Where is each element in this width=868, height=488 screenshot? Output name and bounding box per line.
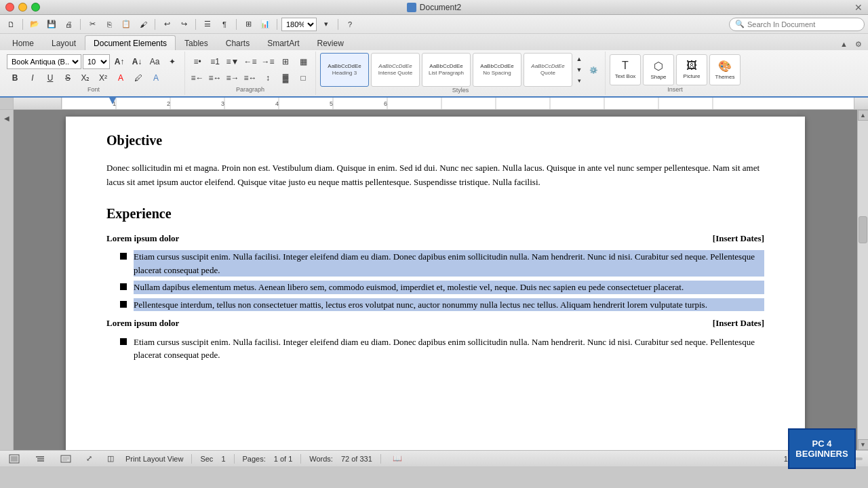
numbering-button[interactable]: ≡1 [207, 54, 223, 69]
view-fullscreen-btn[interactable]: ⤢ [83, 452, 96, 465]
style-no-spacing[interactable]: AaBbCcDdEe No Spacing [473, 53, 521, 87]
themes-button[interactable]: 🎨 Themes [709, 54, 741, 85]
show-formatting-button[interactable]: ⊞ [277, 54, 294, 69]
styles-down-arrow[interactable]: ▼ [574, 65, 584, 75]
bold-button[interactable]: B [7, 70, 23, 85]
italic-button[interactable]: I [24, 70, 41, 85]
help-button[interactable]: ? [342, 18, 357, 31]
align-right-button[interactable]: ≡→ [224, 70, 241, 85]
font-family-select[interactable]: Book Antiqua (B... [7, 54, 81, 69]
minimize-button[interactable] [18, 3, 27, 12]
border-button[interactable]: □ [295, 70, 311, 85]
search-input[interactable] [747, 20, 856, 28]
nonprint-button[interactable]: ¶ [217, 18, 232, 31]
columns-button[interactable]: ▦ [295, 54, 311, 69]
textbox-button[interactable]: T Text Box [610, 54, 641, 85]
shading-button[interactable]: ▓ [277, 70, 294, 85]
cut-button[interactable]: ✂ [85, 18, 100, 31]
decrease-font-size[interactable]: A↓ [129, 54, 145, 69]
print-button[interactable]: 🖨 [61, 18, 76, 31]
align-center-button[interactable]: ≡↔ [207, 70, 223, 85]
tab-document-elements[interactable]: Document Elements [85, 35, 176, 50]
close-button[interactable] [5, 3, 14, 12]
tab-smartart[interactable]: SmartArt [258, 35, 308, 50]
pc4beginners-badge: PC 4 BEGINNERS [788, 428, 856, 469]
sidebar-arrow-button[interactable]: ◀ [1, 113, 12, 123]
insert-group: T Text Box ⬡ Shape 🖼 Picture 🎨 Themes In… [606, 52, 745, 95]
bullet-item-2-1: Etiam cursus suscipit enim. Nulla facili… [120, 336, 764, 362]
style-heading3[interactable]: AaBbCcDdEe Heading 3 [320, 53, 369, 87]
ribbon-settings-icon[interactable]: ⚙ [852, 39, 865, 50]
multilevel-list-button[interactable]: ≡▼ [224, 54, 241, 69]
maximize-button[interactable] [31, 3, 40, 12]
text-effect-button[interactable]: A [148, 70, 164, 85]
style-quote-label: Quote [540, 70, 555, 76]
view-draft-btn[interactable] [57, 452, 75, 466]
style-intense-quote[interactable]: AaBbCcDdEe Intense Quote [371, 53, 420, 87]
styles-up-arrow[interactable]: ▲ [574, 54, 584, 64]
view-outline-btn[interactable] [31, 452, 49, 466]
decrease-indent-button[interactable]: ←≡ [242, 54, 258, 69]
chart-button[interactable]: 📊 [258, 18, 273, 31]
tab-review[interactable]: Review [308, 35, 352, 50]
table-button[interactable]: ⊞ [241, 18, 256, 31]
scrollbar-thumb[interactable] [859, 216, 867, 243]
new-button[interactable]: 🗋 [3, 18, 18, 31]
line-spacing-button[interactable]: ↕ [260, 70, 276, 85]
toolbar-separator-4 [195, 19, 196, 30]
list-button[interactable]: ☰ [200, 18, 215, 31]
superscript-button[interactable]: X² [95, 70, 111, 85]
strikethrough-button[interactable]: S [60, 70, 76, 85]
document-area[interactable]: Objective Donec sollicitudin mi et magna… [14, 110, 857, 450]
zoom-select[interactable]: 180% 100% 75% 150% [281, 18, 317, 31]
textbox-icon: T [622, 60, 629, 72]
styles-gallery-button[interactable]: ⚙️ [586, 54, 601, 85]
toolbar-separator-5 [236, 19, 237, 30]
job-dates-2: [Insert Dates] [713, 317, 764, 330]
highlight-button[interactable]: 🖊 [130, 70, 146, 85]
view-sidebar-btn[interactable]: ◫ [104, 452, 117, 465]
redo-button[interactable]: ↪ [176, 18, 191, 31]
win-close-icon[interactable]: ✕ [854, 2, 863, 13]
font-size-select[interactable]: 10 [83, 54, 110, 69]
underline-button[interactable]: U [42, 70, 58, 85]
status-sep-2 [234, 454, 235, 464]
clear-formatting-button[interactable]: ✦ [164, 54, 180, 69]
svg-text:1: 1 [113, 100, 116, 107]
undo-button[interactable]: ↩ [159, 18, 174, 31]
increase-font-size[interactable]: A↑ [111, 54, 127, 69]
view-layout-btn[interactable] [5, 452, 23, 466]
style-quote[interactable]: AaBbCcDdEe Quote [524, 53, 572, 87]
save-button[interactable]: 💾 [44, 18, 59, 31]
tab-layout[interactable]: Layout [43, 35, 85, 50]
scrollbar-up-arrow[interactable]: ▲ [858, 110, 869, 121]
tab-tables[interactable]: Tables [176, 35, 217, 50]
scrollbar-track[interactable] [858, 121, 868, 439]
change-case-button[interactable]: Aa [146, 54, 163, 69]
format-painter[interactable]: 🖌 [136, 18, 151, 31]
tab-home[interactable]: Home [3, 35, 43, 50]
paste-button[interactable]: 📋 [119, 18, 134, 31]
toolbar-separator-2 [80, 19, 81, 30]
scrollbar-down-arrow[interactable]: ▼ [858, 439, 869, 450]
spell-check-button[interactable]: 📖 [389, 452, 406, 465]
zoom-dropdown-button[interactable]: ▾ [319, 18, 334, 31]
increase-indent-button[interactable]: →≡ [260, 54, 276, 69]
font-color-button[interactable]: A [113, 70, 129, 85]
picture-button[interactable]: 🖼 Picture [676, 54, 707, 85]
align-left-button[interactable]: ≡← [189, 70, 205, 85]
ruler-inner[interactable]: 1 2 3 4 5 6 [61, 98, 854, 109]
shape-button[interactable]: ⬡ Shape [643, 54, 674, 85]
subscript-button[interactable]: X₂ [77, 70, 94, 85]
style-list-paragraph-preview: AaBbCcDdEe [429, 64, 462, 70]
copy-button[interactable]: ⎘ [102, 18, 117, 31]
bullet-text-1-3: Pellentesque interdum, tellus non consec… [134, 298, 764, 312]
pages-label: Pages: [243, 455, 266, 463]
style-list-paragraph[interactable]: AaBbCcDdEe List Paragraph [422, 53, 471, 87]
justify-button[interactable]: ≡↔ [242, 70, 258, 85]
open-button[interactable]: 📂 [27, 18, 42, 31]
ribbon-expand-icon[interactable]: ▲ [837, 39, 850, 50]
bullets-button[interactable]: ≡• [189, 54, 205, 69]
tab-charts[interactable]: Charts [217, 35, 258, 50]
styles-expand-arrow[interactable]: ▾ [574, 76, 584, 85]
